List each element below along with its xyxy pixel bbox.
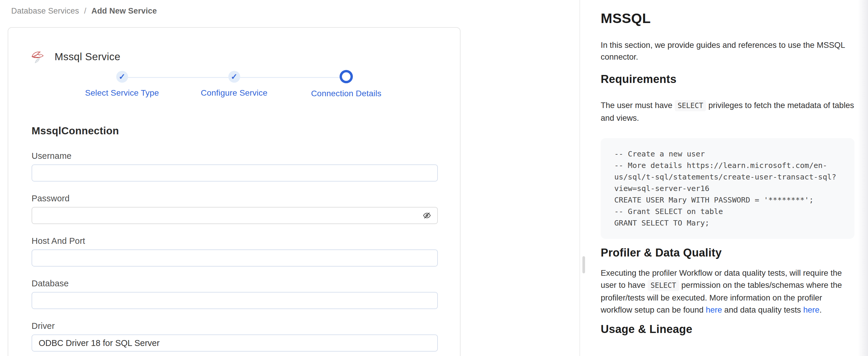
- password-field: Password: [32, 194, 438, 224]
- card-header: Mssql Service: [31, 50, 460, 64]
- sql-server-logo-icon: [31, 50, 45, 64]
- breadcrumb-database-services[interactable]: Database Services: [11, 6, 79, 16]
- usage-lineage-heading: Usage & Lineage: [601, 323, 855, 336]
- requirements-heading: Requirements: [601, 73, 855, 86]
- host-and-port-input[interactable]: [32, 249, 438, 267]
- breadcrumb: Database Services/Add New Service: [11, 6, 157, 16]
- database-label: Database: [32, 278, 438, 288]
- inline-code-select: SELECT: [648, 280, 679, 291]
- docs-title: MSSQL: [601, 10, 855, 26]
- password-input-wrap: [32, 207, 438, 224]
- step-label-connection-details: Connection Details: [311, 89, 381, 98]
- sql-code: -- Create a new user -- More details htt…: [614, 148, 841, 229]
- username-input[interactable]: [32, 165, 438, 182]
- profiler-text: Executing the profiler Workflow or data …: [601, 267, 855, 316]
- driver-input[interactable]: [32, 334, 438, 352]
- breadcrumb-separator: /: [84, 6, 87, 16]
- database-input[interactable]: [32, 292, 438, 309]
- profiler-text-part3: and data quality tests: [722, 305, 803, 315]
- profiler-heading: Profiler & Data Quality: [601, 246, 855, 259]
- username-field: Username: [32, 151, 438, 182]
- check-glyph: ✓: [119, 73, 125, 81]
- username-label: Username: [32, 151, 438, 161]
- eye-invisible-icon[interactable]: [423, 211, 431, 220]
- step-label-select-service-type: Select Service Type: [85, 88, 159, 98]
- check-glyph: ✓: [231, 73, 238, 81]
- check-icon: ✓: [228, 71, 240, 83]
- step-select-service-type: ✓ Select Service Type: [66, 71, 178, 98]
- breadcrumb-add-new-service: Add New Service: [91, 6, 157, 16]
- service-title: Mssql Service: [55, 51, 120, 63]
- current-step-ring-icon: [340, 70, 353, 83]
- profiler-text-part4: .: [819, 305, 822, 315]
- requirements-text-before: The user must have: [601, 101, 675, 110]
- database-field: Database: [32, 278, 438, 309]
- driver-label: Driver: [32, 321, 438, 331]
- docs-intro: In this section, we provide guides and r…: [601, 39, 855, 63]
- host-and-port-field: Host And Port: [32, 236, 438, 267]
- step-configure-service: ✓ Configure Service: [178, 71, 290, 98]
- stepper: ✓ Select Service Type ✓ Configure Servic…: [66, 71, 402, 98]
- password-label: Password: [32, 194, 438, 203]
- driver-field: Driver: [32, 321, 438, 352]
- password-input[interactable]: [32, 207, 438, 224]
- docs-panel: MSSQL In this section, we provide guides…: [580, 0, 868, 356]
- check-icon: ✓: [116, 71, 128, 83]
- sql-code-block: -- Create a new user -- More details htt…: [601, 138, 855, 239]
- step-label-configure-service: Configure Service: [201, 88, 268, 98]
- requirements-text: The user must have SELECT privileges to …: [601, 99, 855, 124]
- connection-form: Username Password Host: [32, 151, 438, 352]
- host-and-port-label: Host And Port: [32, 236, 438, 246]
- service-wizard-card: Mssql Service ✓ Select Service Type ✓ Co…: [8, 27, 461, 356]
- connection-form-heading: MssqlConnection: [32, 125, 460, 137]
- step-connection-details: Connection Details: [290, 71, 402, 98]
- inline-code-select: SELECT: [675, 100, 706, 111]
- data-quality-tests-link[interactable]: here: [803, 305, 819, 315]
- profiler-workflow-link[interactable]: here: [706, 305, 722, 315]
